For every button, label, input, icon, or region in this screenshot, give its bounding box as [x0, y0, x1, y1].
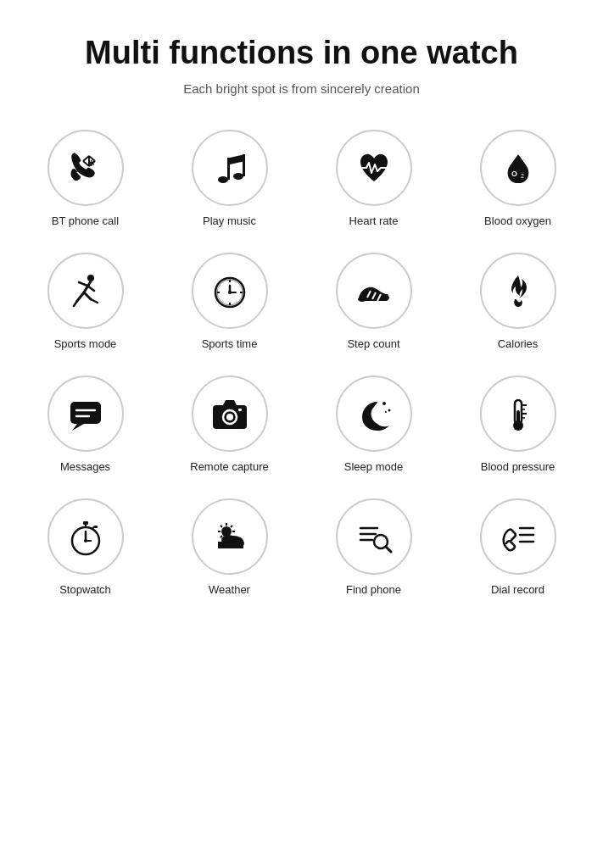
feature-dial-record: Dial record — [450, 498, 586, 596]
page-title: Multi functions in one watch — [85, 34, 518, 73]
svg-point-7 — [233, 173, 243, 180]
sports-mode-label: Sports mode — [54, 337, 117, 350]
svg-point-6 — [218, 176, 228, 183]
dial-record-icon — [480, 498, 556, 575]
svg-line-19 — [84, 292, 91, 299]
svg-point-59 — [84, 539, 87, 542]
heart-rate-icon — [336, 130, 412, 206]
sleep-mode-label: Sleep mode — [344, 460, 403, 473]
svg-line-15 — [79, 282, 87, 286]
weather-label: Weather — [209, 583, 250, 596]
svg-point-43 — [388, 409, 390, 411]
svg-text:2: 2 — [521, 173, 524, 179]
dial-record-label: Dial record — [491, 583, 544, 596]
feature-sports-time: Sports time — [162, 253, 298, 350]
feature-weather: Weather — [162, 498, 298, 596]
sports-time-label: Sports time — [202, 337, 258, 350]
svg-point-40 — [226, 414, 233, 420]
svg-line-68 — [231, 526, 232, 527]
svg-rect-41 — [238, 409, 242, 411]
remote-capture-icon — [192, 376, 268, 452]
feature-heart-rate: Heart rate — [306, 130, 442, 227]
page-subtitle: Each bright spot is from sincerely creat… — [183, 81, 419, 96]
feature-sleep-mode: Sleep mode — [306, 376, 442, 473]
feature-sports-mode: Sports mode — [18, 253, 154, 350]
bt-phone-call-label: BT phone call — [52, 214, 119, 227]
blood-pressure-icon — [480, 376, 556, 452]
svg-line-16 — [87, 286, 94, 291]
heart-rate-label: Heart rate — [349, 214, 399, 227]
sleep-mode-icon — [336, 376, 412, 452]
svg-line-67 — [221, 536, 222, 537]
messages-label: Messages — [60, 460, 110, 473]
feature-bt-phone-call: ∗ BT phone call — [18, 130, 154, 227]
svg-line-20 — [91, 299, 98, 303]
feature-messages: Messages — [18, 376, 154, 473]
remote-capture-label: Remote capture — [190, 460, 269, 473]
svg-point-44 — [385, 411, 387, 413]
svg-text:O: O — [511, 170, 517, 178]
stopwatch-icon — [47, 498, 124, 575]
step-count-icon — [336, 253, 412, 329]
stopwatch-label: Stopwatch — [59, 583, 111, 596]
svg-line-18 — [74, 301, 77, 306]
feature-find-phone: Find phone — [306, 498, 442, 596]
blood-pressure-label: Blood pressure — [481, 460, 555, 473]
blood-oxygen-icon: O 2 — [480, 130, 556, 206]
blood-oxygen-label: Blood oxygen — [484, 214, 551, 227]
svg-point-47 — [513, 420, 523, 431]
feature-blood-pressure: Blood pressure — [450, 376, 586, 473]
svg-point-29 — [228, 291, 232, 294]
calories-label: Calories — [498, 337, 539, 350]
svg-rect-8 — [227, 158, 230, 180]
svg-point-42 — [382, 402, 386, 405]
weather-icon — [192, 498, 268, 575]
bt-phone-call-icon: ∗ — [47, 130, 124, 206]
sports-time-icon — [192, 253, 268, 329]
feature-calories: Calories — [450, 253, 586, 350]
svg-rect-52 — [83, 521, 88, 525]
svg-line-65 — [221, 526, 222, 527]
feature-play-music: Play music — [162, 130, 298, 227]
feature-blood-oxygen: O 2 Blood oxygen — [450, 130, 586, 227]
features-grid: ∗ BT phone call Play music — [18, 130, 586, 596]
feature-step-count: Step count — [306, 253, 442, 350]
messages-icon — [47, 376, 124, 452]
find-phone-label: Find phone — [346, 583, 401, 596]
svg-line-17 — [77, 292, 84, 301]
feature-stopwatch: Stopwatch — [18, 498, 154, 596]
svg-rect-34 — [70, 402, 101, 424]
svg-rect-72 — [218, 542, 243, 548]
sports-mode-icon — [47, 253, 124, 329]
find-phone-icon — [336, 498, 412, 575]
svg-point-33 — [358, 297, 366, 302]
feature-remote-capture: Remote capture — [162, 376, 298, 473]
calories-icon — [480, 253, 556, 329]
step-count-label: Step count — [347, 337, 399, 350]
play-music-label: Play music — [203, 214, 256, 227]
svg-marker-35 — [72, 424, 84, 431]
svg-line-77 — [386, 547, 391, 552]
play-music-icon — [192, 130, 268, 206]
